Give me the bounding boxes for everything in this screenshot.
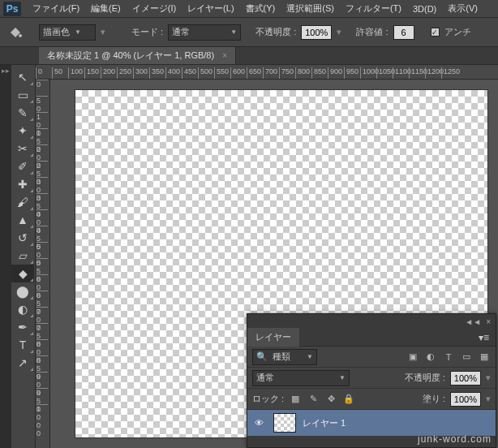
filter-pixel-icon[interactable]: ▣ (406, 351, 419, 363)
blend-mode-select[interactable]: 通常▼ (168, 24, 241, 41)
ruler-tick: 200 (101, 67, 115, 79)
chevron-down-icon: ▼ (75, 28, 81, 36)
filter-adjust-icon[interactable]: ◐ (424, 351, 437, 363)
lock-position-icon[interactable]: ✥ (324, 394, 337, 405)
filter-smart-icon[interactable]: ▦ (478, 351, 491, 363)
antialias-checkbox[interactable]: ✓ (431, 28, 440, 37)
ruler-tick: 100 (68, 67, 83, 79)
wand-tool[interactable]: ✦ (11, 122, 34, 140)
menu-3d[interactable]: 3D(D) (408, 2, 441, 15)
fill-source-select[interactable]: 描画色▼ (39, 24, 96, 41)
fill-label: 塗り : (423, 393, 445, 405)
blur-tool[interactable]: ⬤ (11, 282, 34, 300)
layer-filter-select[interactable]: 🔍 種類 ▼ (252, 349, 317, 365)
type-tool[interactable]: T (11, 336, 34, 354)
brush-tool[interactable]: 🖌 (11, 193, 34, 211)
ruler-tick: 600 (230, 67, 245, 79)
heal-tool[interactable]: ✚ (11, 175, 34, 193)
watermark: junk-word.com (418, 433, 492, 445)
ruler-tick: 700 (263, 67, 277, 79)
mode-label: モード : (131, 26, 163, 38)
ruler-tick: 1250 (441, 67, 460, 79)
chevron-down-icon[interactable]: ▾ (486, 394, 491, 404)
expand-icon[interactable]: ▸▸ (0, 65, 11, 76)
layer-thumbnail[interactable] (273, 413, 296, 433)
ruler-tick: 0 (36, 67, 42, 79)
path-tool[interactable]: ↗ (11, 354, 34, 372)
ruler-tick: 400 (165, 67, 180, 79)
menu-file[interactable]: ファイル(F) (28, 1, 84, 16)
layer-filter-row: 🔍 種類 ▼ ▣ ◐ T ▭ ▦ (247, 347, 496, 368)
layer-name[interactable]: レイヤー 1 (303, 417, 346, 429)
filter-type-icon[interactable]: T (442, 351, 455, 363)
eyedropper-tool[interactable]: ✐ (11, 157, 34, 175)
document-tab[interactable]: 名称未設定 1 @ 40% (レイヤー 1, RGB/8) × (39, 47, 236, 64)
chevron-down-icon[interactable]: ▾ (337, 27, 341, 37)
ruler-tick: 800 (295, 67, 310, 79)
menu-edit[interactable]: 編集(E) (86, 1, 126, 16)
pen-tool[interactable]: ✒ (11, 318, 34, 336)
tool-palette: ↖▭✎✦✂✐✚🖌▲↺▱◆⬤◐✒T↗ (11, 65, 36, 448)
visibility-icon[interactable]: 👁 (251, 418, 267, 428)
menu-view[interactable]: 表示(V) (443, 1, 483, 16)
panel-dock-left: ▸▸ (0, 65, 11, 448)
blend-mode-value: 通常 (172, 26, 190, 38)
ruler-tick: 250 (117, 67, 131, 79)
lock-pixels-icon[interactable]: ✎ (307, 394, 320, 405)
lock-label: ロック : (252, 393, 284, 405)
work-area: ▸▸ ↖▭✎✦✂✐✚🖌▲↺▱◆⬤◐✒T↗ 0501001502002503003… (0, 65, 498, 448)
ruler-tick: 350 (149, 67, 164, 79)
layer-fill-field[interactable]: 100% (450, 392, 481, 407)
panel-tabs: レイヤー ▾≡ (247, 329, 496, 347)
opacity-label: 不透明度 : (255, 26, 296, 38)
bucket-tool[interactable]: ◆ (11, 265, 34, 282)
document-tab-title: 名称未設定 1 @ 40% (レイヤー 1, RGB/8) (47, 50, 214, 62)
panel-chrome: ◄◄ × (247, 314, 496, 329)
panel-menu-icon[interactable]: ▾≡ (472, 332, 496, 343)
crop-tool[interactable]: ✂ (11, 140, 34, 157)
layers-panel: ◄◄ × レイヤー ▾≡ 🔍 種類 ▼ ▣ (247, 313, 496, 448)
layer-opacity-field[interactable]: 100% (450, 371, 481, 386)
marquee-tool[interactable]: ▭ (11, 86, 34, 104)
chevron-down-icon: ▾ (101, 27, 105, 37)
layer-blend-select[interactable]: 通常▼ (252, 370, 350, 386)
menu-type[interactable]: 書式(Y) (241, 1, 281, 16)
close-icon[interactable]: × (486, 317, 491, 326)
dodge-tool[interactable]: ◐ (11, 300, 34, 318)
menu-bar: Ps ファイル(F) 編集(E) イメージ(I) レイヤー(L) 書式(Y) 選… (0, 0, 498, 18)
stamp-tool[interactable]: ▲ (11, 211, 34, 229)
bucket-icon[interactable] (5, 24, 26, 41)
lock-transparency-icon[interactable]: ▩ (289, 394, 302, 405)
chevron-down-icon[interactable]: ▾ (486, 373, 491, 383)
ruler-tick: 50 (52, 67, 62, 79)
svg-point-0 (19, 34, 22, 37)
menu-image[interactable]: イメージ(I) (127, 1, 181, 16)
eraser-tool[interactable]: ▱ (11, 247, 34, 265)
canvas-area[interactable]: ◄◄ × レイヤー ▾≡ 🔍 種類 ▼ ▣ (50, 80, 498, 448)
lock-row: ロック : ▩ ✎ ✥ 🔒 塗り : 100% ▾ (247, 389, 496, 410)
ruler-tick: 550 (214, 67, 229, 79)
move-tool[interactable]: ↖ (11, 68, 34, 86)
blend-row: 通常▼ 不透明度 : 100% ▾ (247, 368, 496, 389)
close-icon[interactable]: × (222, 51, 227, 60)
ruler-tick: 0 (36, 80, 48, 88)
menu-select[interactable]: 選択範囲(S) (281, 1, 339, 16)
ruler-tick: 1000 (36, 404, 48, 437)
chevron-down-icon: ▼ (339, 374, 346, 381)
opacity-field[interactable]: 100% (301, 25, 332, 40)
filter-shape-icon[interactable]: ▭ (460, 351, 473, 363)
search-icon: 🔍 (256, 351, 268, 362)
layer-opacity-label: 不透明度 : (405, 372, 445, 384)
collapse-icon[interactable]: ◄◄ (465, 317, 481, 326)
tolerance-field[interactable]: 6 (393, 25, 414, 40)
menu-filter[interactable]: フィルター(T) (341, 1, 406, 16)
menu-layer[interactable]: レイヤー(L) (182, 1, 238, 16)
ruler-tick: 850 (311, 67, 326, 79)
document-tabs: 名称未設定 1 @ 40% (レイヤー 1, RGB/8) × (0, 47, 498, 65)
lasso-tool[interactable]: ✎ (11, 104, 34, 122)
fill-source-value: 描画色 (43, 26, 70, 38)
layers-tab[interactable]: レイヤー (247, 328, 299, 347)
history-tool[interactable]: ↺ (11, 229, 34, 247)
lock-all-icon[interactable]: 🔒 (342, 394, 355, 405)
layer-row[interactable]: 👁 レイヤー 1 (247, 410, 496, 436)
